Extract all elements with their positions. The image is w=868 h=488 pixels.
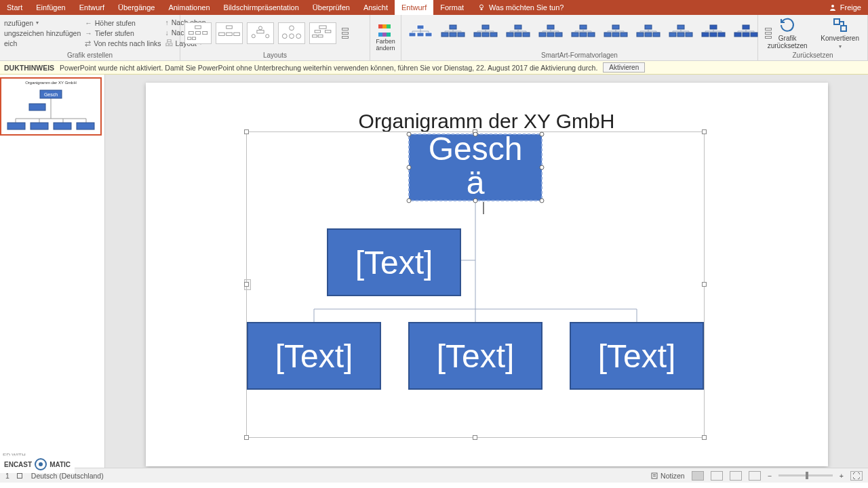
svg-rect-100	[718, 33, 725, 37]
recorder-watermark: ENCAST MATIC	[0, 455, 75, 473]
fit-slide-button[interactable]: ⛶	[850, 471, 863, 481]
tab-ueberpruefen[interactable]: Überprüfen	[306, 0, 357, 15]
tab-bildschirmpraesentation[interactable]: Bildschirmpräsentation	[217, 0, 306, 15]
add-bullet-button[interactable]: ungszeichen hinzufügen	[4, 29, 81, 37]
tab-smartart-entwurf[interactable]: Entwurf	[395, 0, 433, 15]
svg-rect-67	[580, 33, 587, 37]
zoom-out-button[interactable]: −	[768, 472, 772, 480]
svg-rect-5	[203, 31, 208, 34]
svg-rect-58	[539, 33, 546, 37]
style-option-11[interactable]	[731, 23, 761, 43]
slide-thumbnail-1[interactable]: Organigramm der XY GmbH Gesch	[0, 77, 102, 136]
status-bar: 1 Deutsch (Deutschland) Notizen − + ⛶	[0, 468, 868, 483]
layout-option-2[interactable]	[216, 22, 243, 44]
view-sorter-button[interactable]	[711, 471, 723, 481]
add-shape-button[interactable]: nzufügen ▾	[4, 19, 81, 27]
svg-point-138	[407, 199, 411, 203]
tab-start[interactable]: Start	[0, 0, 29, 15]
svg-rect-4	[196, 31, 201, 34]
svg-text:[Text]: [Text]	[597, 338, 675, 374]
svg-text:ä: ä	[466, 165, 484, 201]
tab-einfuegen[interactable]: Einfügen	[29, 0, 72, 15]
view-normal-button[interactable]	[692, 471, 704, 481]
svg-rect-92	[686, 33, 692, 37]
svg-text:[Text]: [Text]	[355, 245, 433, 281]
svg-rect-50	[507, 33, 513, 37]
layout-option-4[interactable]	[278, 22, 305, 44]
change-colors-button[interactable]: Farben ändern	[374, 22, 397, 52]
svg-rect-10	[226, 33, 233, 35]
svg-rect-91	[677, 33, 684, 37]
reset-icon	[779, 17, 795, 33]
layout-option-3[interactable]	[247, 22, 274, 44]
svg-rect-82	[637, 33, 644, 37]
group-colors: Farben ändern	[370, 15, 401, 60]
reset-graphic-button[interactable]: Grafik zurücksetzen	[762, 17, 812, 49]
style-option-6[interactable]	[568, 23, 598, 43]
style-option-7[interactable]	[601, 23, 631, 43]
svg-rect-43	[482, 33, 489, 37]
svg-rect-22	[325, 30, 331, 32]
zoom-slider[interactable]	[778, 474, 833, 476]
style-option-2[interactable]	[438, 23, 468, 43]
demote-button[interactable]: → Tiefer stufen	[85, 29, 161, 37]
style-option-4[interactable]	[503, 23, 533, 43]
svg-rect-90	[669, 33, 676, 37]
svg-rect-11	[234, 33, 240, 35]
tab-format[interactable]: Format	[433, 0, 471, 15]
tell-me-search[interactable]: Was möchten Sie tun?	[471, 0, 822, 15]
svg-rect-89	[677, 25, 684, 29]
view-reading-button[interactable]	[730, 471, 742, 481]
svg-rect-98	[702, 33, 709, 37]
view-slideshow-button[interactable]	[749, 471, 761, 481]
svg-rect-34	[441, 33, 448, 37]
svg-rect-113	[834, 19, 840, 24]
svg-rect-107	[743, 33, 749, 37]
svg-point-139	[540, 199, 544, 203]
style-option-3[interactable]	[471, 23, 500, 43]
convert-button[interactable]: Konvertieren▾	[816, 17, 863, 49]
slide-canvas-area[interactable]: Organigramm der XY GmbH ◂	[105, 75, 868, 468]
svg-rect-41	[482, 25, 489, 29]
svg-rect-123	[29, 104, 45, 110]
tab-entwurf[interactable]: Entwurf	[73, 0, 111, 15]
style-option-8[interactable]	[633, 23, 663, 43]
tab-animationen[interactable]: Animationen	[161, 0, 216, 15]
group-grafik-erstellen: nzufügen ▾ ungszeichen hinzufügen eich ←…	[0, 15, 180, 60]
svg-rect-35	[450, 33, 456, 37]
svg-rect-81	[645, 25, 652, 29]
style-option-10[interactable]	[698, 23, 728, 43]
style-option-5[interactable]	[536, 23, 566, 43]
svg-point-15	[266, 34, 269, 37]
style-option-9[interactable]	[666, 23, 696, 43]
svg-rect-23	[313, 35, 317, 37]
slide[interactable]: Organigramm der XY GmbH ◂	[146, 83, 828, 466]
zoom-in-button[interactable]: +	[840, 472, 844, 480]
svg-rect-127	[77, 123, 94, 129]
promote-button[interactable]: ← Höher stufen	[85, 19, 161, 27]
svg-rect-66	[572, 33, 578, 37]
svg-rect-73	[612, 25, 619, 29]
svg-text:[Text]: [Text]	[275, 338, 353, 374]
smartart-graphic[interactable]: Gesch ä [Text] [Text] [Text] [Text]	[246, 131, 705, 438]
svg-rect-52	[523, 33, 530, 37]
svg-rect-25	[417, 25, 424, 29]
notes-button[interactable]: Notizen	[650, 472, 685, 480]
text-pane-button[interactable]: eich	[4, 39, 81, 47]
svg-point-14	[252, 34, 255, 37]
svg-rect-7	[193, 37, 196, 39]
layouts-more-button[interactable]	[340, 28, 350, 39]
tab-uebergaenge[interactable]: Übergänge	[111, 0, 161, 15]
style-option-1[interactable]	[406, 23, 435, 43]
group-label-styles: SmartArt-Formatvorlagen	[401, 51, 757, 60]
thumb-preview-icon: Gesch	[3, 85, 98, 132]
svg-rect-74	[604, 33, 611, 37]
rtl-button[interactable]: ⇄ Von rechts nach links	[85, 39, 161, 47]
svg-rect-26	[409, 33, 416, 37]
activate-button[interactable]: Aktivieren	[603, 62, 645, 73]
layout-option-5[interactable]	[309, 22, 336, 44]
tab-ansicht[interactable]: Ansicht	[357, 0, 395, 15]
layout-option-1[interactable]	[184, 22, 212, 44]
share-button[interactable]: Freige	[822, 0, 868, 15]
svg-rect-65	[580, 25, 587, 29]
